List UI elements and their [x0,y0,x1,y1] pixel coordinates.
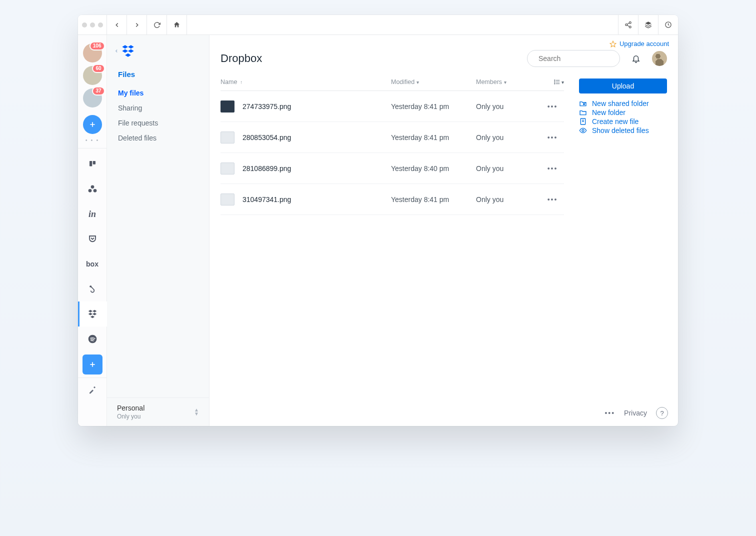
share-button[interactable] [618,15,638,34]
action-new-shared-folder[interactable]: New shared folder [579,100,667,108]
file-members: Only you [476,102,541,110]
traffic-dot [82,22,87,28]
col-members-header[interactable]: Members [476,78,502,86]
help-button[interactable]: ? [656,407,668,419]
file-row-menu[interactable]: ••• [541,164,564,172]
dropdown-icon: ▾ [504,80,506,85]
sidebar-logo-row[interactable] [107,44,209,67]
action-label: New folder [592,108,626,116]
window-controls[interactable] [78,15,107,34]
rail-avatar[interactable]: 37 [83,88,102,108]
file-members: Only you [476,196,541,204]
more-icon: ••• [548,134,558,142]
search-input[interactable] [538,54,626,62]
sort-asc-icon: ↑ [240,80,242,85]
create-new-file-icon [579,118,587,126]
file-row-menu[interactable]: ••• [541,196,564,204]
svg-point-0 [629,22,631,24]
rail-add-contact[interactable] [83,115,102,134]
view-mode-toggle[interactable]: ▾ [541,78,564,86]
spotify-icon [88,334,98,344]
sidebar-section-title[interactable]: Files [107,67,209,86]
file-modified: Yesterday 8:41 pm [391,134,476,142]
notifications-button[interactable] [627,50,645,68]
dropdown-icon: ▾ [562,80,564,85]
col-modified-header[interactable]: Modified [391,78,414,86]
svg-point-24 [554,82,555,82]
col-name-header[interactable]: Name [220,78,237,86]
box-icon: box [86,260,98,268]
rail-app-bonsai[interactable] [78,276,107,302]
action-show-deleted[interactable]: Show deleted files [579,126,667,134]
star-icon [610,40,616,48]
search-box[interactable] [527,50,620,67]
back-button[interactable] [107,15,127,34]
more-icon: ••• [548,196,558,204]
topbar [78,15,678,35]
show-deleted-icon [579,126,587,134]
upload-button[interactable]: Upload [579,78,667,94]
rail-app-asana[interactable] [78,176,107,202]
rail-app-pocket[interactable] [78,226,107,252]
svg-point-11 [88,189,92,192]
home-button[interactable] [167,15,187,34]
layers-button[interactable] [638,15,658,34]
rail-app-invision[interactable]: in [78,202,107,226]
rail-add-app[interactable] [82,354,102,374]
file-name: 310497341.png [242,196,291,204]
user-avatar[interactable] [652,51,667,66]
app-rail: 1066037 • • • inbox [78,35,107,426]
file-members: Only you [476,134,541,142]
url-area[interactable] [187,15,618,34]
rail-avatar[interactable]: 106 [83,44,102,62]
rail-avatar[interactable]: 60 [83,66,102,85]
rail-app-spotify[interactable] [78,326,107,352]
main-panel: Upgrade account Dropbox Name [210,35,678,426]
file-row[interactable]: 280853054.png Yesterday 8:41 pm Only you… [220,122,564,153]
footer: ••• Privacy ? [210,402,678,426]
svg-point-25 [554,84,555,84]
list-icon [554,78,560,86]
footer-more-button[interactable]: ••• [604,409,615,417]
invision-icon: in [88,209,96,220]
action-create-new-file[interactable]: Create new file [579,118,667,126]
history-button[interactable] [658,15,678,34]
upgrade-account-link[interactable]: Upgrade account [620,40,669,48]
trello-icon [88,160,97,168]
svg-point-12 [93,189,96,192]
forward-button[interactable] [127,15,147,34]
rail-app-dropbox[interactable] [78,302,107,326]
rail-settings[interactable] [78,378,107,402]
privacy-link[interactable]: Privacy [624,409,647,417]
sidebar-item-sharing[interactable]: Sharing [118,100,209,116]
file-row[interactable]: 310497341.png Yesterday 8:41 pm Only you… [220,184,564,215]
svg-point-1 [626,24,628,26]
asana-icon [88,184,98,194]
sidebar-item-deleted-files[interactable]: Deleted files [118,130,209,146]
new-folder-icon [579,108,587,116]
file-row[interactable]: 274733975.png Yesterday 8:41 pm Only you… [220,91,564,122]
file-thumbnail [220,162,234,174]
rail-app-box[interactable]: box [78,252,107,276]
file-thumbnail [220,132,234,144]
svg-rect-8 [90,161,92,166]
file-row-menu[interactable]: ••• [541,102,564,110]
file-name: 281086899.png [242,164,291,172]
bonsai-icon [88,284,98,294]
account-subtitle: Only you [117,413,144,420]
action-label: New shared folder [592,100,649,108]
file-row-menu[interactable]: ••• [541,134,564,142]
new-shared-folder-icon [579,100,587,108]
reload-button[interactable] [147,15,167,34]
sidebar-item-my-files[interactable]: My files [118,86,209,100]
rail-app-trello[interactable] [78,152,107,176]
action-new-folder[interactable]: New folder [579,108,667,116]
file-row[interactable]: 281086899.png Yesterday 8:40 pm Only you… [220,153,564,184]
account-switcher[interactable]: Personal Only you ▲▼ [107,398,209,426]
traffic-dot [98,22,103,28]
dropbox-logo-icon [121,44,135,58]
more-icon: ••• [548,102,558,110]
sidebar-item-file-requests[interactable]: File requests [118,116,209,130]
action-label: Show deleted files [592,126,649,134]
bell-icon [632,54,640,63]
